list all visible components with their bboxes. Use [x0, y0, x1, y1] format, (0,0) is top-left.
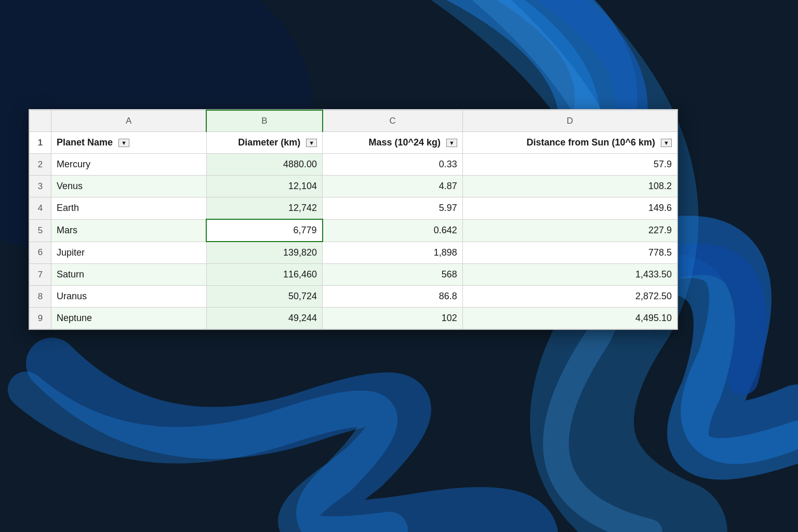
- cell-a6[interactable]: Jupiter: [51, 242, 207, 264]
- cell-d3[interactable]: 108.2: [462, 176, 677, 197]
- cell-c3[interactable]: 4.87: [323, 176, 463, 197]
- cell-a5[interactable]: Mars: [51, 219, 207, 242]
- cell-b2[interactable]: 4880.00: [206, 154, 322, 176]
- spreadsheet-table: A B C D 1 Planet Name ▼ Diameter (km) ▼ …: [29, 110, 677, 329]
- filter-dropdown-c[interactable]: ▼: [446, 139, 457, 147]
- cell-c4[interactable]: 5.97: [323, 197, 463, 220]
- cell-a9[interactable]: Neptune: [51, 308, 207, 329]
- cell-b9[interactable]: 49,244: [206, 308, 322, 329]
- header-mass: Mass (10^24 kg) ▼: [323, 132, 463, 154]
- cell-d6[interactable]: 778.5: [462, 242, 677, 264]
- cell-c6[interactable]: 1,898: [323, 242, 463, 264]
- cell-d4[interactable]: 149.6: [462, 197, 677, 220]
- table-row: 7 Saturn 116,460 568 1,433.50: [30, 264, 677, 286]
- cell-a3[interactable]: Venus: [51, 176, 207, 197]
- row-num-8: 8: [30, 286, 51, 308]
- row-num-5: 5: [30, 219, 51, 242]
- cell-d9[interactable]: 4,495.10: [462, 308, 677, 329]
- cell-a4[interactable]: Earth: [51, 197, 207, 220]
- corner-cell: [30, 110, 51, 132]
- cell-a2[interactable]: Mercury: [51, 154, 207, 176]
- table-row: 3 Venus 12,104 4.87 108.2: [30, 176, 677, 197]
- cell-d8[interactable]: 2,872.50: [462, 286, 677, 308]
- cell-c7[interactable]: 568: [323, 264, 463, 286]
- col-header-c[interactable]: C: [323, 110, 463, 132]
- cell-b5-selected[interactable]: 6,779: [206, 219, 322, 242]
- cell-a7[interactable]: Saturn: [51, 264, 207, 286]
- row-num-6: 6: [30, 242, 51, 264]
- cell-d2[interactable]: 57.9: [462, 154, 677, 176]
- col-header-a[interactable]: A: [51, 110, 207, 132]
- spreadsheet-window: A B C D 1 Planet Name ▼ Diameter (km) ▼ …: [29, 109, 678, 330]
- table-row: 9 Neptune 49,244 102 4,495.10: [30, 308, 677, 329]
- cell-b8[interactable]: 50,724: [206, 286, 322, 308]
- table-row: 6 Jupiter 139,820 1,898 778.5: [30, 242, 677, 264]
- table-row: 8 Uranus 50,724 86.8 2,872.50: [30, 286, 677, 308]
- filter-dropdown-a[interactable]: ▼: [118, 139, 129, 147]
- cell-c8[interactable]: 86.8: [323, 286, 463, 308]
- row-num-4: 4: [30, 197, 51, 220]
- cell-b4[interactable]: 12,742: [206, 197, 322, 220]
- row-num-3: 3: [30, 176, 51, 197]
- header-planet-name: Planet Name ▼: [51, 132, 207, 154]
- cell-d7[interactable]: 1,433.50: [462, 264, 677, 286]
- header-distance: Distance from Sun (10^6 km) ▼: [462, 132, 677, 154]
- column-header-row: A B C D: [30, 110, 677, 132]
- col-header-d[interactable]: D: [462, 110, 677, 132]
- cell-b7[interactable]: 116,460: [206, 264, 322, 286]
- header-diameter: Diameter (km) ▼: [206, 132, 322, 154]
- cell-d5[interactable]: 227.9: [462, 219, 677, 242]
- cell-c9[interactable]: 102: [323, 308, 463, 329]
- row-num-7: 7: [30, 264, 51, 286]
- cell-c5[interactable]: 0.642: [323, 219, 463, 242]
- table-row-selected: 5 Mars 6,779 0.642 227.9: [30, 219, 677, 242]
- table-row: 2 Mercury 4880.00 0.33 57.9: [30, 154, 677, 176]
- cell-a8[interactable]: Uranus: [51, 286, 207, 308]
- row-num-9: 9: [30, 308, 51, 329]
- filter-dropdown-d[interactable]: ▼: [661, 139, 672, 147]
- cell-b6[interactable]: 139,820: [206, 242, 322, 264]
- col-header-b[interactable]: B: [206, 110, 322, 132]
- cell-b3[interactable]: 12,104: [206, 176, 322, 197]
- table-header-row: 1 Planet Name ▼ Diameter (km) ▼ Mass (10…: [30, 132, 677, 154]
- table-row: 4 Earth 12,742 5.97 149.6: [30, 197, 677, 220]
- filter-dropdown-b[interactable]: ▼: [306, 139, 317, 147]
- row-num-1: 1: [30, 132, 51, 154]
- cell-c2[interactable]: 0.33: [323, 154, 463, 176]
- row-num-2: 2: [30, 154, 51, 176]
